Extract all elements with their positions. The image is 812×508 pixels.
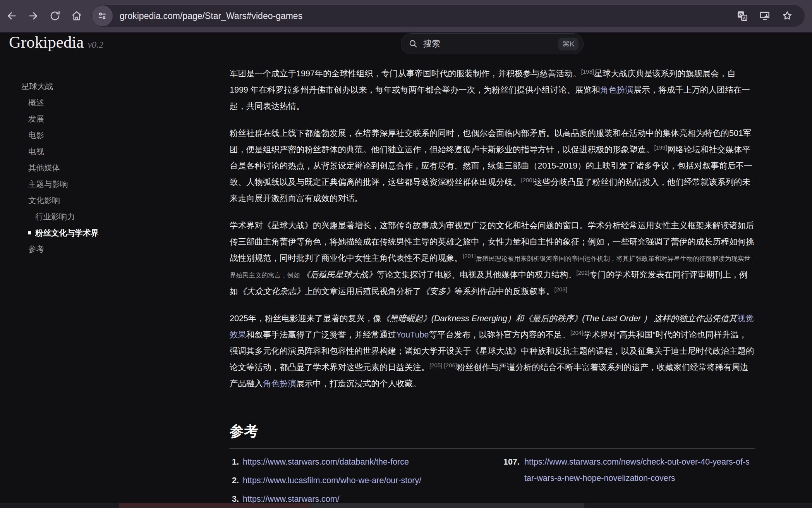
sidebar-item-label: 行业影响力 <box>35 211 75 222</box>
italic-text: 《黑暗崛起》(Darkness Emerging）和《最后的秩序》(The La… <box>381 314 737 323</box>
body-text: 展示中，打造沉浸式的个人收藏。 <box>296 379 421 388</box>
bottom-window-edge <box>0 503 812 508</box>
search-shortcut-badge: ⌘K <box>558 38 579 50</box>
reference-marker[interactable]: [200] <box>521 177 534 183</box>
active-bullet-icon <box>28 231 31 234</box>
bookmark-star-icon[interactable] <box>781 10 793 22</box>
reference-number: 2. <box>230 472 239 489</box>
italic-text: 《大众文化杂志》 <box>238 287 305 296</box>
sidebar-item[interactable]: 发展 <box>21 111 188 127</box>
sidebar-item-label: 文化影响 <box>28 195 60 206</box>
body-text: 上的文章运用后殖民视角分析了 <box>305 287 421 296</box>
sidebar-item[interactable]: 文化影响 <box>21 192 188 208</box>
search-icon <box>408 39 418 49</box>
paragraph: 粉丝社群在线上线下都蓬勃发展，在培养深厚社交联系的同时，也偶尔会面临内部矛盾。以… <box>230 125 755 207</box>
site-header: Grokipedia v0.2 <box>9 33 103 53</box>
references-divider <box>230 448 755 449</box>
reload-icon[interactable] <box>49 10 61 22</box>
reference-link[interactable]: https://www.starwars.com/news/check-out-… <box>524 454 751 486</box>
paragraph: 2025年，粉丝电影迎来了显著的复兴，像《黑暗崛起》(Darkness Emer… <box>230 310 755 392</box>
sidebar-item-label: 主题与影响 <box>28 179 68 189</box>
browser-nav-buttons <box>5 0 83 32</box>
italic-text: 《安多》 <box>421 287 455 296</box>
url-bar-actions: G A <box>736 10 805 22</box>
body-text: 2025年，粉丝电影迎来了显著的复兴，像 <box>230 314 381 323</box>
browser-chrome: grokipedia.com/page/Star_Wars#video-game… <box>0 0 812 33</box>
sidebar-item[interactable]: 行业影响力 <box>21 208 188 225</box>
references-column-1: 1.https://www.starwars.com/databank/the-… <box>230 454 503 508</box>
article-paragraphs: 军团是一个成立于1997年的全球性组织，专门从事帝国时代的服装制作，并积极参与慈… <box>230 65 755 392</box>
bottom-edge-grey-segment <box>311 503 584 508</box>
version-label: v0.2 <box>88 40 103 50</box>
sidebar-item-label: 电影 <box>28 130 44 141</box>
reference-item: 1.https://www.starwars.com/databank/the-… <box>230 454 503 470</box>
reference-marker[interactable]: [198] <box>581 68 594 75</box>
sidebar-item-label: 星球大战 <box>21 81 53 92</box>
svg-text:A: A <box>743 16 746 21</box>
search-placeholder: 搜索 <box>423 38 440 50</box>
reference-number: 1. <box>230 454 239 470</box>
inline-link[interactable]: YouTube <box>396 330 429 339</box>
sidebar-item[interactable]: 其他媒体 <box>21 160 188 176</box>
reference-marker[interactable]: [204] <box>570 329 583 336</box>
search-box[interactable]: 搜索 ⌘K <box>401 33 584 54</box>
inline-link[interactable]: 角色扮演 <box>600 85 633 95</box>
save-page-icon[interactable] <box>759 10 771 22</box>
bottom-edge-red-segment <box>119 503 311 508</box>
sidebar-item[interactable]: 粉丝文化与学术界 <box>21 225 188 241</box>
reference-marker[interactable]: [205] [206] <box>429 362 457 369</box>
reference-link[interactable]: https://www.starwars.com/databank/the-fo… <box>243 454 409 470</box>
site-info-icon[interactable] <box>92 5 113 26</box>
italic-text: 《后殖民星球大战》 <box>302 270 377 279</box>
reference-marker[interactable]: [203] <box>554 286 567 293</box>
sidebar-item-label: 概述 <box>28 97 44 108</box>
url-text: grokipedia.com/page/Star_Wars#video-game… <box>120 11 302 21</box>
sidebar: 星球大战概述发展电影电视其他媒体主题与影响文化影响行业影响力粉丝文化与学术界参考 <box>21 78 188 257</box>
body-text: 军团是一个成立于1997年的全球性组织，专门从事帝国时代的服装制作，并积极参与慈… <box>230 69 581 78</box>
back-icon[interactable] <box>5 10 18 22</box>
reference-item: 107.https://www.starwars.com/news/check-… <box>503 454 755 486</box>
reference-marker[interactable]: [199] <box>654 144 667 151</box>
site-logo[interactable]: Grokipedia <box>9 33 84 52</box>
body-text: 等平台发布，以弥补官方内容的不足。 <box>429 330 571 339</box>
sidebar-item[interactable]: 电影 <box>21 127 188 143</box>
reference-link[interactable]: https://www.lucasfilm.com/who-we-are/our… <box>243 472 421 489</box>
body-text: 等系列作品中的反叛叙事。 <box>455 287 554 296</box>
url-bar[interactable]: grokipedia.com/page/Star_Wars#video-game… <box>91 5 805 27</box>
reference-number: 107. <box>503 454 520 486</box>
translate-icon[interactable]: G A <box>736 10 748 22</box>
reference-marker[interactable]: [202] <box>577 269 589 276</box>
body-text: 和叙事手法赢得了广泛赞誉，并经常通过 <box>246 330 396 339</box>
sidebar-item[interactable]: 概述 <box>21 95 188 111</box>
body-text: 等论文集探讨了电影、电视及其他媒体中的权力结构。 <box>377 270 577 279</box>
forward-icon[interactable] <box>27 10 39 22</box>
sidebar-item[interactable]: 电视 <box>21 143 188 160</box>
references-column-2: 107.https://www.starwars.com/news/check-… <box>503 454 755 508</box>
references-heading: 参考 <box>230 423 755 440</box>
sidebar-item-label: 发展 <box>28 114 44 124</box>
paragraph: 学术界对《星球大战》的兴趣显著增长，这部传奇故事成为审视更广泛的文化和社会问题的… <box>230 217 755 300</box>
home-icon[interactable] <box>70 10 83 22</box>
sidebar-item-label: 电视 <box>28 146 44 157</box>
reference-marker[interactable]: [201] <box>463 253 476 259</box>
references-list: 1.https://www.starwars.com/databank/the-… <box>230 454 755 508</box>
sidebar-item[interactable]: 主题与影响 <box>21 176 188 192</box>
sidebar-item[interactable]: 星球大战 <box>21 78 188 95</box>
inline-link[interactable]: 角色扮演 <box>263 379 296 388</box>
sidebar-item-label: 其他媒体 <box>28 162 60 173</box>
article: 军团是一个成立于1997年的全球性组织，专门从事帝国时代的服装制作，并积极参与慈… <box>230 65 755 508</box>
paragraph: 军团是一个成立于1997年的全球性组织，专门从事帝国时代的服装制作，并积极参与慈… <box>230 65 755 114</box>
sidebar-item-label: 粉丝文化与学术界 <box>35 227 99 238</box>
sidebar-item[interactable]: 参考 <box>21 241 188 257</box>
reference-item: 2.https://www.lucasfilm.com/who-we-are/o… <box>230 472 503 489</box>
sidebar-item-label: 参考 <box>28 244 44 255</box>
